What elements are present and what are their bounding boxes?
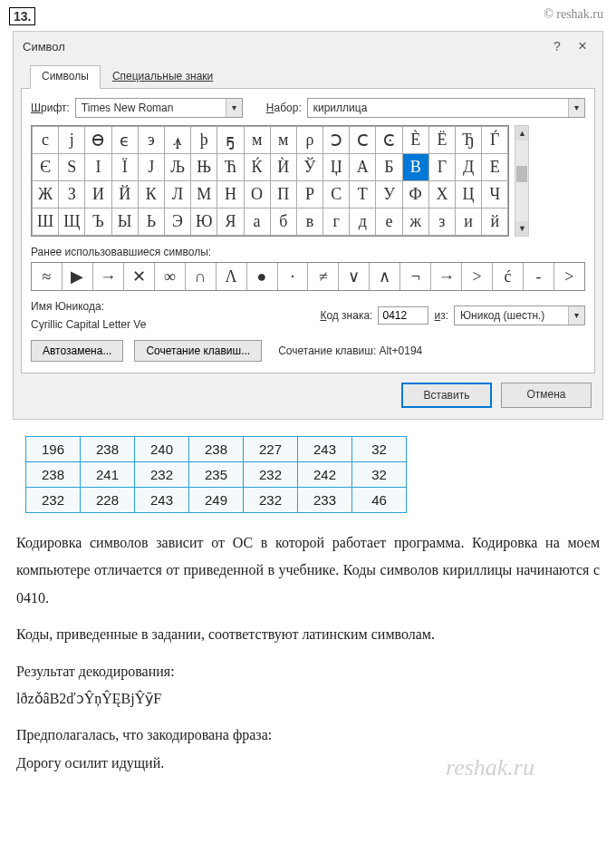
char-cell[interactable]: ϴ <box>85 127 111 154</box>
from-dropdown[interactable]: Юникод (шестн.) ▾ <box>454 305 585 325</box>
char-cell[interactable]: І <box>85 154 111 181</box>
help-button[interactable]: ? <box>544 37 570 55</box>
recent-char[interactable]: → <box>93 263 124 290</box>
char-cell[interactable]: Њ <box>191 154 217 181</box>
char-cell[interactable]: Ў <box>296 154 322 181</box>
char-cell[interactable]: Ц <box>456 181 482 208</box>
char-cell[interactable]: Х <box>428 181 455 208</box>
subset-dropdown[interactable]: кириллица ▾ <box>307 98 585 118</box>
char-cell[interactable]: þ <box>191 127 217 154</box>
char-cell[interactable]: Ъ <box>85 208 111 236</box>
char-cell[interactable]: с <box>33 127 59 154</box>
char-cell[interactable]: Д <box>456 154 482 181</box>
char-cell[interactable]: Л <box>164 181 190 208</box>
char-cell[interactable]: в <box>296 208 322 236</box>
char-cell[interactable]: Ͼ <box>376 127 402 154</box>
insert-button[interactable]: Вставить <box>401 383 492 408</box>
char-cell[interactable]: ꙟ <box>164 127 190 154</box>
scrollbar[interactable]: ▲ ▼ <box>515 125 529 237</box>
char-cell[interactable]: К <box>138 181 164 208</box>
recent-char[interactable]: ≈ <box>32 263 63 290</box>
char-cell[interactable]: Ё <box>428 127 455 154</box>
recent-char[interactable]: ∨ <box>339 263 370 290</box>
char-cell[interactable]: а <box>244 208 270 236</box>
char-cell[interactable]: Э <box>164 208 190 236</box>
autocorrect-button[interactable]: Автозамена... <box>31 340 123 362</box>
char-cell[interactable]: Ѐ <box>402 127 428 154</box>
char-cell[interactable]: М <box>191 181 217 208</box>
recent-char[interactable]: > <box>554 263 584 290</box>
char-cell[interactable]: Ѓ <box>482 127 508 154</box>
recent-char[interactable]: · <box>278 263 309 290</box>
char-cell[interactable]: Ͻ <box>323 127 350 154</box>
recent-char[interactable]: ✕ <box>124 263 155 290</box>
cancel-button[interactable]: Отмена <box>501 383 592 408</box>
char-cell[interactable]: Я <box>217 208 244 236</box>
recent-char[interactable]: ≠ <box>308 263 339 290</box>
char-cell[interactable]: Ь <box>138 208 164 236</box>
char-cell[interactable]: В <box>402 154 428 181</box>
char-cell[interactable]: Ї <box>111 154 138 181</box>
char-cell[interactable]: Е <box>482 154 508 181</box>
char-cell[interactable]: Г <box>428 154 455 181</box>
char-cell[interactable]: П <box>270 181 296 208</box>
char-cell[interactable]: Т <box>350 181 376 208</box>
scroll-up-icon[interactable]: ▲ <box>515 126 528 141</box>
char-cell[interactable]: е <box>376 208 402 236</box>
scroll-thumb[interactable] <box>516 166 527 182</box>
char-cell[interactable]: з <box>428 208 455 236</box>
recent-char[interactable]: ∩ <box>186 263 217 290</box>
recent-char[interactable]: Λ <box>217 263 247 290</box>
char-cell[interactable]: ρ <box>296 127 322 154</box>
char-cell[interactable]: У <box>376 181 402 208</box>
char-cell[interactable]: д <box>350 208 376 236</box>
char-cell[interactable]: Р <box>296 181 322 208</box>
scroll-down-icon[interactable]: ▼ <box>515 221 528 236</box>
char-cell[interactable]: Ѕ <box>59 154 85 181</box>
char-cell[interactable]: м <box>244 127 270 154</box>
char-cell[interactable]: ϵ <box>111 127 138 154</box>
char-cell[interactable]: Ј <box>138 154 164 181</box>
character-grid[interactable]: сјϴϵэꙟþҕммρϽϹϾЀЁЂЃЄЅІЇЈЉЊЋЌЍЎЏАБВГДЕЖЗИЙ… <box>31 125 509 237</box>
char-cell[interactable]: Б <box>376 154 402 181</box>
char-cell[interactable]: Н <box>217 181 244 208</box>
char-cell[interactable]: О <box>244 181 270 208</box>
char-cell[interactable]: ж <box>402 208 428 236</box>
recent-char[interactable]: ● <box>247 263 278 290</box>
char-cell[interactable]: ҕ <box>217 127 244 154</box>
char-cell[interactable]: Ю <box>191 208 217 236</box>
recent-char[interactable]: ¬ <box>400 263 431 290</box>
char-cell[interactable]: Ч <box>482 181 508 208</box>
char-cell[interactable]: й <box>482 208 508 236</box>
shortcut-button[interactable]: Сочетание клавиш... <box>134 340 262 362</box>
char-cell[interactable]: А <box>350 154 376 181</box>
char-cell[interactable]: Й <box>111 181 138 208</box>
char-cell[interactable]: э <box>138 127 164 154</box>
char-cell[interactable]: З <box>59 181 85 208</box>
tab-special[interactable]: Специальные знаки <box>101 65 225 89</box>
char-code-input[interactable] <box>378 306 428 325</box>
char-cell[interactable]: Ф <box>402 181 428 208</box>
scroll-track[interactable] <box>515 141 528 221</box>
char-cell[interactable]: ј <box>59 127 85 154</box>
char-cell[interactable]: Ќ <box>244 154 270 181</box>
char-cell[interactable]: Љ <box>164 154 190 181</box>
char-cell[interactable]: Ж <box>33 181 59 208</box>
recent-char[interactable]: → <box>431 263 462 290</box>
recent-char[interactable]: - <box>524 263 554 290</box>
char-cell[interactable]: Щ <box>59 208 85 236</box>
char-cell[interactable]: Ы <box>111 208 138 236</box>
char-cell[interactable]: Є <box>33 154 59 181</box>
char-cell[interactable]: Ђ <box>456 127 482 154</box>
recent-char[interactable]: > <box>462 263 493 290</box>
recent-char[interactable]: ▶ <box>63 263 93 290</box>
char-cell[interactable]: С <box>323 181 350 208</box>
char-cell[interactable]: Ѝ <box>270 154 296 181</box>
char-cell[interactable]: б <box>270 208 296 236</box>
close-button[interactable]: × <box>570 37 595 55</box>
recent-char[interactable]: ∞ <box>155 263 186 290</box>
char-cell[interactable]: м <box>270 127 296 154</box>
char-cell[interactable]: Ϲ <box>350 127 376 154</box>
recent-char[interactable]: ∧ <box>370 263 400 290</box>
char-cell[interactable]: Ћ <box>217 154 244 181</box>
